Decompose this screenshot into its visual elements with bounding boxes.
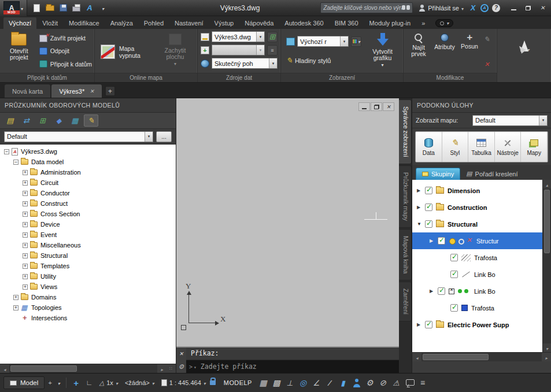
taskpane-tool[interactable]: Styl bbox=[442, 132, 469, 162]
ribbon-tab[interactable]: Autodesk 360 bbox=[279, 17, 328, 29]
qat-customize-icon[interactable] bbox=[97, 2, 109, 14]
command-input[interactable]: Zadejte příkaz bbox=[186, 360, 399, 373]
source-options-button[interactable] bbox=[267, 45, 278, 56]
layer-checkbox[interactable] bbox=[425, 204, 432, 211]
status-menu-icon[interactable] bbox=[417, 377, 429, 389]
tree-expander[interactable] bbox=[13, 295, 19, 300]
sign-in-status-icon[interactable] bbox=[350, 377, 363, 389]
tab-groups[interactable]: Skupiny bbox=[416, 168, 460, 180]
tree-item[interactable]: Topologies bbox=[3, 302, 176, 313]
dynamic-ucs-icon[interactable] bbox=[83, 377, 95, 389]
grid-display-icon[interactable] bbox=[257, 377, 269, 389]
ortho-mode-icon[interactable] bbox=[284, 377, 296, 389]
side-tab[interactable]: Průzkumník mapy bbox=[399, 165, 412, 228]
edit-style-icon[interactable] bbox=[84, 114, 98, 127]
tree-expander[interactable] bbox=[23, 264, 28, 269]
layer-expander[interactable] bbox=[430, 238, 437, 243]
tree-item[interactable]: Miscellaneous bbox=[3, 240, 176, 250]
layer-expander[interactable] bbox=[430, 289, 437, 294]
command-prompt-icon[interactable] bbox=[189, 364, 197, 370]
capture-area-button[interactable]: Zachytit plochu bbox=[157, 31, 193, 73]
combo-arrow-icon[interactable] bbox=[340, 36, 348, 46]
exchange-apps-button[interactable] bbox=[467, 2, 479, 14]
model-add-icon[interactable] bbox=[35, 114, 50, 127]
ribbon-tab[interactable]: Moduly plug-in bbox=[364, 17, 416, 29]
tree-expander[interactable] bbox=[23, 180, 28, 186]
save-icon[interactable] bbox=[57, 2, 69, 14]
layer-checkbox[interactable] bbox=[425, 187, 432, 194]
doc-tab-new[interactable]: Nová karta bbox=[5, 84, 50, 98]
autodesk-360-icon[interactable] bbox=[83, 2, 96, 14]
tree-item[interactable]: Intersections bbox=[3, 313, 176, 323]
display-combo[interactable]: Výchozí r bbox=[297, 36, 349, 47]
command-customize-button[interactable] bbox=[179, 363, 184, 371]
disconnect-button[interactable]: Odpojit bbox=[39, 45, 92, 57]
layer-row[interactable]: ✕ Link Bo bbox=[412, 266, 542, 283]
layer-expander[interactable] bbox=[417, 221, 424, 227]
new-drawing-button[interactable] bbox=[105, 86, 115, 96]
attributes-button[interactable]: Atributy bbox=[431, 31, 458, 73]
ribbon-tab[interactable]: Pohled bbox=[139, 17, 169, 29]
tree-item[interactable]: Výkres3.dwg bbox=[3, 146, 176, 157]
selection-cycling-icon[interactable] bbox=[337, 377, 349, 389]
tree-item[interactable]: Templates bbox=[3, 261, 176, 271]
model-space-button[interactable]: Model bbox=[3, 376, 45, 389]
search-box[interactable]: Zadejte klíčové slovo nebo výraz. bbox=[320, 2, 413, 13]
ribbon-tab[interactable]: Vložit bbox=[37, 17, 63, 29]
layer-row[interactable]: ✕ Structural bbox=[412, 216, 542, 232]
lineweight-icon[interactable] bbox=[324, 377, 336, 389]
tree-expander[interactable] bbox=[23, 191, 28, 196]
maximize-button[interactable] bbox=[521, 2, 535, 14]
customization-gear-icon[interactable] bbox=[364, 377, 376, 389]
style-layers-button[interactable]: Hladiny stylů bbox=[286, 54, 361, 66]
drawing-minimize-button[interactable] bbox=[358, 102, 370, 111]
layer-expander[interactable] bbox=[417, 205, 424, 210]
taskpane-tool[interactable]: Mapy bbox=[521, 132, 548, 162]
ribbon-tab[interactable]: » bbox=[416, 17, 430, 29]
scroll-thumb[interactable] bbox=[544, 190, 550, 253]
tree-item[interactable]: Administration bbox=[3, 167, 176, 177]
search-icon[interactable] bbox=[402, 5, 410, 10]
layer-row[interactable]: ✕ Trafosta bbox=[412, 299, 542, 316]
doc-tab-active[interactable]: Výkres3* bbox=[51, 84, 102, 98]
viewport-scale-button[interactable]: 1 : 445.464 bbox=[158, 379, 219, 386]
scroll-thumb[interactable] bbox=[423, 354, 489, 360]
tree-expander[interactable] bbox=[23, 284, 28, 290]
select-options-button[interactable] bbox=[519, 45, 529, 53]
combo-arrow-icon[interactable] bbox=[145, 132, 153, 142]
taskpane-tool[interactable]: Tabulka bbox=[468, 132, 495, 162]
layer-row[interactable]: ✕ Dimension bbox=[412, 182, 542, 199]
combo-arrow-icon[interactable] bbox=[256, 32, 264, 42]
layer-expander[interactable] bbox=[417, 322, 424, 327]
tree-item[interactable]: Conductor bbox=[3, 188, 176, 198]
ribbon-tab[interactable]: Nápověda bbox=[239, 17, 279, 29]
tree-expander[interactable] bbox=[23, 212, 28, 217]
snap-mode-icon[interactable] bbox=[271, 377, 283, 389]
goto-feature-icon[interactable] bbox=[51, 114, 66, 127]
tree-item[interactable]: Data model bbox=[3, 157, 176, 167]
tree-item[interactable]: Domains bbox=[3, 292, 176, 302]
side-tab[interactable]: Zaměření bbox=[399, 282, 412, 321]
help-button[interactable]: ? bbox=[490, 2, 502, 14]
map-combo[interactable]: Default bbox=[472, 115, 548, 126]
combo-arrow-icon[interactable] bbox=[269, 58, 277, 68]
tree-item[interactable]: Utility bbox=[3, 271, 176, 282]
tree-item[interactable]: Event bbox=[3, 230, 176, 240]
explorer-hscrollbar[interactable]: ∷ bbox=[0, 364, 176, 373]
command-close-button[interactable] bbox=[179, 350, 184, 357]
layer-checkbox[interactable] bbox=[450, 304, 458, 312]
drawing-restore-button[interactable] bbox=[371, 102, 382, 111]
layer-checkbox[interactable] bbox=[425, 220, 432, 228]
delete-button[interactable] bbox=[484, 61, 489, 68]
geolocation-icon[interactable] bbox=[297, 377, 309, 389]
layer-checkbox[interactable] bbox=[450, 271, 458, 278]
model-paper-toggle[interactable]: MODELP bbox=[220, 379, 256, 386]
close-tab-icon[interactable] bbox=[90, 88, 94, 94]
browse-button[interactable]: ... bbox=[156, 131, 172, 142]
create-graphics-button[interactable]: Vytvořit grafiku bbox=[364, 31, 401, 73]
open-model-icon[interactable] bbox=[3, 114, 17, 127]
coordinate-mode-combo[interactable]: Skutečný poh bbox=[212, 58, 278, 69]
tree-expander[interactable] bbox=[23, 232, 28, 238]
tree-expander[interactable] bbox=[13, 305, 19, 310]
ribbon-tab[interactable]: Výstup bbox=[209, 17, 239, 29]
